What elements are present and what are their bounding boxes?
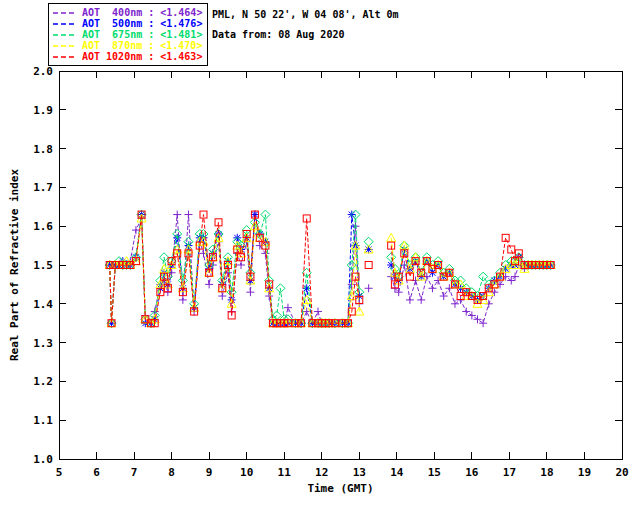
y-axis-label: Real Part of Refractive index [8,169,21,361]
marker-plus [246,288,254,296]
y-tick-label: 2.0 [33,65,53,78]
x-tick-label: 16 [465,466,479,479]
marker-plus [479,319,487,327]
x-tick-label: 19 [578,466,591,479]
station-location-text: PML, N 50 22', W 04 08', Alt 0m [212,5,399,25]
series-line-AOT-870nm [110,218,551,323]
x-tick-label: 7 [131,466,138,479]
x-tick-label: 5 [56,466,63,479]
legend-dashed-line-icon [53,8,77,18]
legend-dashed-line-icon [53,52,77,62]
marker-plus [184,211,192,219]
y-tick-label: 1.8 [33,143,53,156]
marker-square [365,262,372,269]
legend-item-500nm: AOT 500nm : <1.476> [53,18,202,29]
marker-square [406,273,413,280]
x-tick-label: 17 [503,466,516,479]
marker-plus [205,280,213,288]
legend-item-1020nm: AOT 1020nm : <1.463> [53,51,202,62]
y-tick-label: 1.2 [33,375,53,388]
marker-plus [473,315,481,323]
x-tick-label: 10 [240,466,253,479]
legend-box: AOT 400nm : <1.464>AOT 500nm : <1.476>AO… [48,3,208,66]
marker-plus [284,304,292,312]
marker-plus [417,296,425,304]
y-tick-label: 1.5 [33,259,53,272]
marker-plus [440,292,448,300]
x-tick-label: 20 [615,466,628,479]
marker-plus [365,284,373,292]
y-tick-label: 1.9 [33,104,53,117]
marker-plus [314,308,322,316]
legend-item-675nm: AOT 675nm : <1.481> [53,29,202,40]
x-tick-label: 12 [315,466,328,479]
legend-label: AOT 870nm : <1.470> [82,40,202,51]
x-tick-label: 15 [428,466,441,479]
y-tick-label: 1.0 [33,453,53,466]
marker-plus [468,311,476,319]
legend-item-400nm: AOT 400nm : <1.464> [53,7,202,18]
legend-label: AOT 400nm : <1.464> [82,7,202,18]
x-tick-label: 11 [278,466,292,479]
x-tick-label: 6 [93,466,100,479]
marker-plus [237,261,245,269]
data-date-text: Data from: 08 Aug 2020 [212,25,399,45]
marker-plus [218,292,226,300]
marker-plus [451,300,459,308]
marker-asterisk [303,284,311,292]
marker-square [508,246,515,253]
x-tick-label: 18 [540,466,553,479]
refractive-index-plot: 5678910111213141516171819201.01.11.21.31… [0,0,640,512]
marker-plus [462,308,470,316]
legend-item-870nm: AOT 870nm : <1.470> [53,40,202,51]
x-tick-label: 13 [353,466,366,479]
y-tick-label: 1.6 [33,220,53,233]
legend-dashed-line-icon [53,19,77,29]
x-tick-label: 8 [168,466,175,479]
marker-asterisk [348,211,356,219]
legend-label: AOT 675nm : <1.481> [82,29,202,40]
marker-plus [428,284,436,292]
x-axis-label: Time (GMT) [307,482,373,495]
legend-label: AOT 1020nm : <1.463> [82,51,202,62]
x-tick-label: 9 [206,466,213,479]
chart-svg: 5678910111213141516171819201.01.11.21.31… [0,0,640,512]
station-header: PML, N 50 22', W 04 08', Alt 0m Data fro… [212,5,399,45]
y-tick-label: 1.3 [33,337,53,350]
legend-dashed-line-icon [53,30,77,40]
marker-plus [511,273,519,281]
legend-label: AOT 500nm : <1.476> [82,18,202,29]
x-tick-label: 14 [390,466,404,479]
marker-plus [265,292,273,300]
y-tick-label: 1.4 [33,298,53,311]
y-tick-label: 1.1 [33,414,53,427]
legend-dashed-line-icon [53,41,77,51]
marker-plus [406,296,414,304]
marker-plus [179,296,187,304]
marker-plus [173,211,181,219]
y-tick-label: 1.7 [33,181,53,194]
